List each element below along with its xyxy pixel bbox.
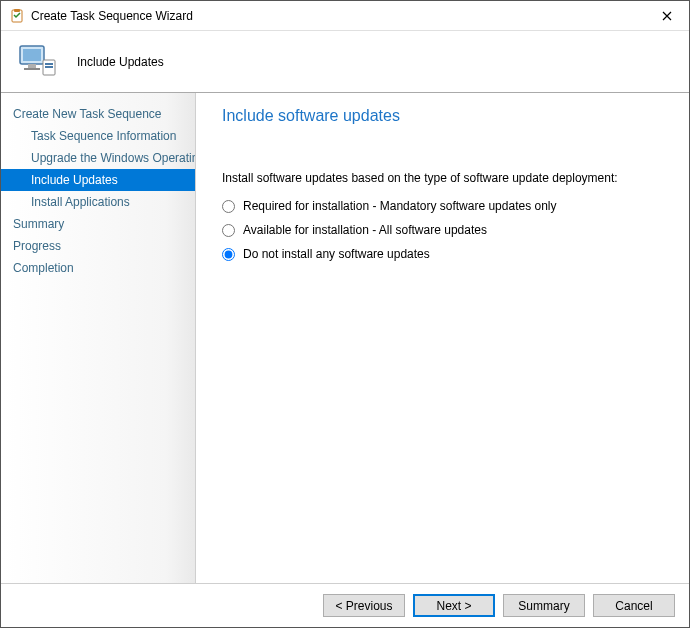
option-available-for-installation[interactable]: Available for installation - All softwar… [222,223,671,237]
option-label: Do not install any software updates [243,247,430,261]
sidebar: Create New Task Sequence Task Sequence I… [1,93,196,583]
page-title: Include Updates [77,55,164,69]
sidebar-item-completion[interactable]: Completion [1,257,195,279]
svg-rect-8 [45,66,53,68]
radio-available[interactable] [222,224,235,237]
option-do-not-install[interactable]: Do not install any software updates [222,247,671,261]
next-button[interactable]: Next > [413,594,495,617]
sidebar-item-task-sequence-information[interactable]: Task Sequence Information [1,125,195,147]
option-label: Available for installation - All softwar… [243,223,487,237]
footer: < Previous Next > Summary Cancel [1,583,689,627]
summary-button[interactable]: Summary [503,594,585,617]
window-title: Create Task Sequence Wizard [31,9,193,23]
sidebar-item-upgrade-windows-os[interactable]: Upgrade the Windows Operating System [1,147,195,169]
header-band: Include Updates [1,31,689,93]
main-heading: Include software updates [222,107,671,125]
svg-rect-7 [45,63,53,65]
cancel-button[interactable]: Cancel [593,594,675,617]
svg-rect-4 [28,64,36,68]
svg-rect-1 [14,9,20,12]
close-button[interactable] [644,1,689,31]
svg-rect-5 [24,68,40,70]
sidebar-item-create-new-task-sequence[interactable]: Create New Task Sequence [1,103,195,125]
wizard-body: Create New Task Sequence Task Sequence I… [1,93,689,583]
svg-rect-3 [23,49,41,61]
option-required-for-installation[interactable]: Required for installation - Mandatory so… [222,199,671,213]
close-icon [662,11,672,21]
sidebar-item-summary[interactable]: Summary [1,213,195,235]
main-panel: Include software updates Install softwar… [196,93,689,583]
titlebar: Create Task Sequence Wizard [1,1,689,31]
radio-required[interactable] [222,200,235,213]
radio-do-not-install[interactable] [222,248,235,261]
sidebar-item-install-applications[interactable]: Install Applications [1,191,195,213]
sidebar-item-include-updates[interactable]: Include Updates [1,169,195,191]
wizard-clipboard-icon [9,8,25,24]
sidebar-item-progress[interactable]: Progress [1,235,195,257]
instruction-text: Install software updates based on the ty… [222,171,671,185]
computer-icon [15,40,59,84]
previous-button[interactable]: < Previous [323,594,405,617]
option-label: Required for installation - Mandatory so… [243,199,557,213]
